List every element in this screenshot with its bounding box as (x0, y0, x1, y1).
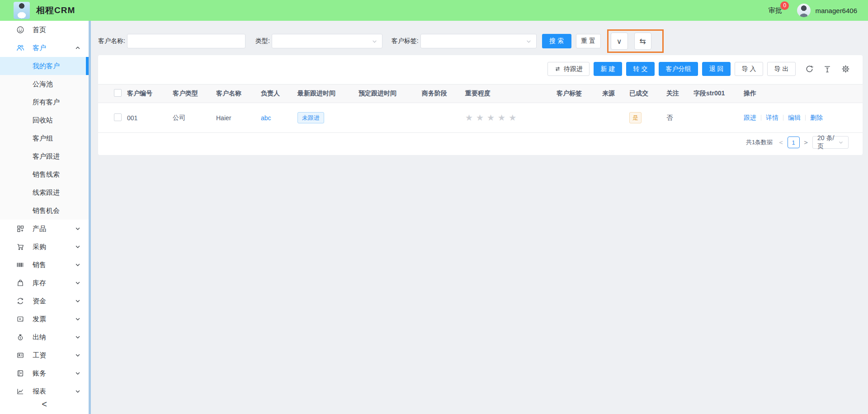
collapse-filter-button[interactable]: ∨ (611, 33, 628, 50)
highlighted-button-group: ∨ ⇆ (607, 29, 664, 53)
customer-name-input[interactable] (127, 34, 245, 48)
home-smiley-icon (16, 26, 24, 34)
sidebar-collapse-button[interactable]: < (0, 394, 89, 414)
sidebar-item-customer-follow[interactable]: 客户跟进 (0, 147, 89, 165)
row-height-icon[interactable] (823, 65, 832, 74)
sidebar-item-my-customers[interactable]: 我的客户 (0, 57, 89, 75)
col-source: 来源 (600, 89, 627, 98)
sidebar-item-inventory[interactable]: 库存 (0, 274, 89, 292)
approval-link[interactable]: 审批 0 (768, 6, 782, 15)
sidebar-item-accounting[interactable]: 账务 (0, 364, 89, 382)
current-page-button[interactable]: 1 (788, 136, 800, 148)
table-toolbar: 待跟进 新 建 转 交 客户分组 退 回 导 入 导 出 (98, 55, 863, 76)
table-header-row: 客户编号 客户类型 客户名称 负责人 最新跟进时间 预定跟进时间 商务阶段 重要… (98, 84, 863, 103)
sidebar-item-sales-leads[interactable]: 销售线索 (0, 165, 89, 183)
col-latest-follow-time: 最新跟进时间 (296, 89, 357, 98)
sidebar-item-customer-groups[interactable]: 客户组 (0, 129, 89, 147)
pending-follow-button[interactable]: 待跟进 (547, 62, 590, 76)
sidebar-item-invoice[interactable]: 发票 (0, 310, 89, 328)
sidebar-item-label: 产品 (33, 225, 46, 233)
payroll-card-icon (16, 351, 24, 359)
sidebar-item-label: 资金 (33, 297, 46, 306)
sales-barcode-icon (16, 261, 24, 269)
sidebar-item-lead-follow[interactable]: 线索跟进 (0, 183, 89, 202)
settings-gear-icon[interactable] (841, 65, 850, 74)
sidebar-item-all-customers[interactable]: 所有客户 (0, 93, 89, 111)
sidebar-item-purchase[interactable]: 采购 (0, 238, 89, 256)
edit-action-link[interactable]: 编辑 (788, 114, 801, 122)
sidebar-item-public-pool[interactable]: 公海池 (0, 75, 89, 93)
username[interactable]: manager6406 (815, 7, 857, 14)
customer-tag-select[interactable] (420, 34, 537, 48)
col-followed: 关注 (665, 89, 692, 98)
sidebar-item-label: 客户 (33, 44, 46, 52)
app-logo[interactable] (14, 2, 30, 19)
sidebar-divider (89, 21, 91, 414)
col-customer-tag: 客户标签 (555, 89, 600, 98)
sidebar-item-label: 客户跟进 (33, 152, 60, 161)
sidebar-item-product[interactable]: 产品 (0, 220, 89, 238)
chevron-down-icon (75, 298, 80, 304)
transfer-button[interactable]: 转 交 (626, 62, 655, 76)
create-button[interactable]: 新 建 (594, 62, 622, 76)
approval-badge: 0 (780, 1, 789, 10)
closed-deal-tag: 是 (629, 112, 642, 123)
customer-tag-label: 客户标签: (392, 37, 419, 45)
row-checkbox[interactable] (114, 113, 122, 121)
col-customer-type: 客户类型 (171, 89, 214, 98)
follow-action-link[interactable]: 跟进 (744, 114, 756, 122)
col-customer-no: 客户编号 (125, 89, 171, 98)
cashier-pouch-icon (16, 333, 24, 341)
type-select[interactable] (272, 34, 382, 48)
customers-table: 客户编号 客户类型 客户名称 负责人 最新跟进时间 预定跟进时间 商务阶段 重要… (98, 84, 863, 133)
sidebar: 首页 客户 我的客户 公海池 所有客户 回收站 客户组 客户跟进 销售线索 线索… (0, 21, 89, 414)
col-importance: 重要程度 (463, 89, 555, 98)
importance-star-rating[interactable]: ★★★★★ (465, 113, 519, 122)
chevron-down-icon (75, 353, 80, 358)
sidebar-item-customer[interactable]: 客户 (0, 39, 89, 57)
chevron-down-icon (75, 262, 80, 268)
reset-button[interactable]: 重 置 (576, 34, 601, 48)
pagination: 共1条数据 < 1 > 20 条/页 (98, 136, 863, 149)
detail-action-link[interactable]: 详情 (766, 114, 778, 122)
prev-page-button[interactable]: < (779, 139, 783, 146)
sidebar-item-label: 销售线索 (33, 170, 60, 179)
logic-swap-button[interactable]: ⇆ (634, 33, 651, 50)
user-avatar[interactable] (797, 4, 811, 17)
sidebar-item-recycle-bin[interactable]: 回收站 (0, 111, 89, 129)
import-button[interactable]: 导 入 (735, 62, 763, 76)
owner-link[interactable]: abc (261, 114, 271, 122)
sidebar-item-home[interactable]: 首页 (0, 21, 89, 39)
invoice-receipt-icon (16, 315, 24, 323)
sidebar-item-label: 库存 (33, 279, 46, 287)
inventory-bag-icon (16, 279, 24, 287)
sidebar-item-label: 销售机会 (33, 207, 60, 215)
customer-no-value: 001 (125, 114, 171, 122)
return-button[interactable]: 退 回 (702, 62, 731, 76)
refresh-icon[interactable] (805, 65, 814, 74)
select-all-checkbox[interactable] (114, 89, 122, 97)
sidebar-item-payroll[interactable]: 工资 (0, 346, 89, 364)
page-size-select[interactable]: 20 条/页 (812, 136, 849, 149)
sidebar-item-label: 账务 (33, 369, 46, 378)
sidebar-item-label: 所有客户 (33, 98, 60, 107)
sidebar-item-sales-opportunities[interactable]: 销售机会 (0, 202, 89, 220)
next-page-button[interactable]: > (804, 139, 808, 146)
top-header: 相程CRM 审批 0 manager6406 (0, 0, 868, 21)
search-button[interactable]: 搜 索 (542, 34, 571, 48)
follow-status-tag: 未跟进 (297, 112, 324, 123)
customer-group-button[interactable]: 客户分组 (659, 62, 698, 76)
customer-submenu: 我的客户 公海池 所有客户 回收站 客户组 客户跟进 销售线索 线索跟进 销售机… (0, 57, 89, 220)
sidebar-item-funds[interactable]: 资金 (0, 292, 89, 310)
sidebar-item-sales[interactable]: 销售 (0, 256, 89, 274)
customer-type-value: 公司 (171, 114, 214, 122)
delete-action-link[interactable]: 删除 (810, 114, 823, 122)
repeat-icon (554, 66, 561, 72)
chevron-down-icon (526, 38, 532, 44)
sidebar-item-cashier[interactable]: 出纳 (0, 328, 89, 346)
chevron-down-icon (75, 244, 80, 249)
chevron-down-icon (75, 389, 80, 394)
export-button[interactable]: 导 出 (767, 62, 796, 76)
col-field-str001: 字段str001 (692, 89, 742, 98)
chevron-down-icon (75, 226, 80, 231)
